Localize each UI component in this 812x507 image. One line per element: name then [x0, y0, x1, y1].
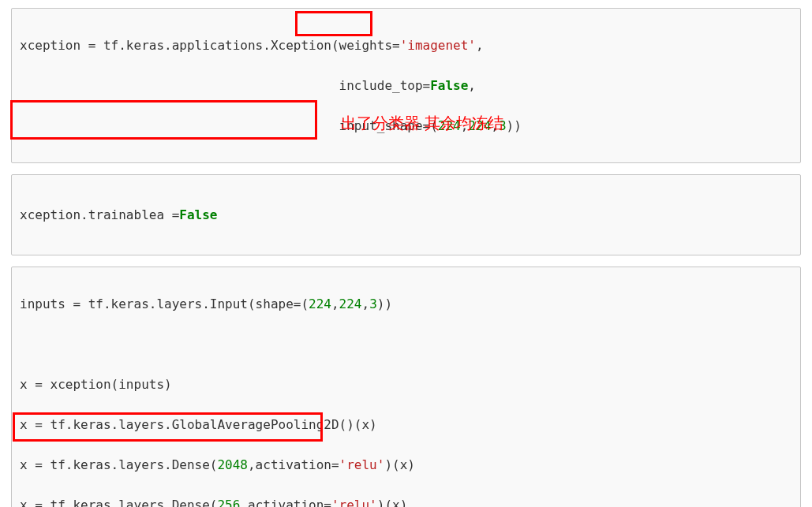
code-block-3: inputs = tf.keras.layers.Input(shape=(22…: [11, 267, 801, 507]
code-text: ,: [362, 296, 370, 311]
code-line: include_top=False,: [20, 76, 792, 96]
code-text: )(x): [384, 457, 415, 472]
code-line: input_shape=(224,224,3)): [20, 116, 792, 136]
code-block-1: xception = tf.keras.applications.Xceptio…: [11, 8, 801, 163]
code-line: xception = tf.keras.applications.Xceptio…: [20, 35, 792, 56]
code-line: xception.trainablea =False: [20, 205, 792, 226]
number-literal: 2048: [217, 457, 248, 472]
indent: [20, 78, 339, 93]
code-text: xception.trainablea =: [20, 207, 179, 222]
indent: [20, 118, 339, 133]
code-text: )): [377, 296, 392, 311]
code-line: [20, 334, 792, 355]
bool-literal: False: [430, 78, 468, 93]
code-text: input_shape=(: [339, 118, 438, 133]
number-literal: 3: [499, 118, 507, 133]
code-line: x = tf.keras.layers.Dense(256,activation…: [20, 495, 792, 507]
code-line: inputs = tf.keras.layers.Input(shape=(22…: [20, 294, 792, 315]
code-text: )): [507, 118, 522, 133]
code-text: inputs = tf.keras.layers.Input(shape=(: [20, 296, 309, 311]
code-text: x = tf.keras.layers.Dense(: [20, 457, 217, 472]
number-literal: 224: [468, 118, 491, 133]
number-literal: 256: [217, 498, 240, 507]
code-block-2: xception.trainablea =False: [11, 174, 801, 255]
bool-literal: False: [179, 207, 217, 222]
code-text: )(x): [377, 498, 408, 507]
number-literal: 3: [369, 296, 377, 311]
string-literal: 'relu': [331, 498, 377, 507]
number-literal: 224: [309, 296, 331, 311]
code-text: ,: [461, 118, 469, 133]
code-text: ,: [468, 78, 476, 93]
code-line: x = tf.keras.layers.Dense(2048,activatio…: [20, 455, 792, 475]
code-text: include_top=: [339, 78, 431, 93]
code-text: ,: [476, 38, 484, 53]
code-text: xception = tf.keras.applications.Xceptio…: [20, 38, 400, 53]
number-literal: 224: [438, 118, 461, 133]
number-literal: 224: [339, 296, 362, 311]
code-text: x = tf.keras.layers.Dense(: [20, 498, 217, 507]
code-text: ,activation=: [248, 457, 339, 472]
string-literal: 'relu': [339, 457, 385, 472]
code-line: x = tf.keras.layers.GlobalAveragePooling…: [20, 415, 792, 435]
code-line: x = xception(inputs): [20, 375, 792, 395]
code-text: ,: [331, 296, 339, 311]
code-text: ,: [491, 118, 499, 133]
code-text: ,activation=: [240, 498, 331, 507]
string-literal: 'imagenet': [400, 38, 476, 53]
